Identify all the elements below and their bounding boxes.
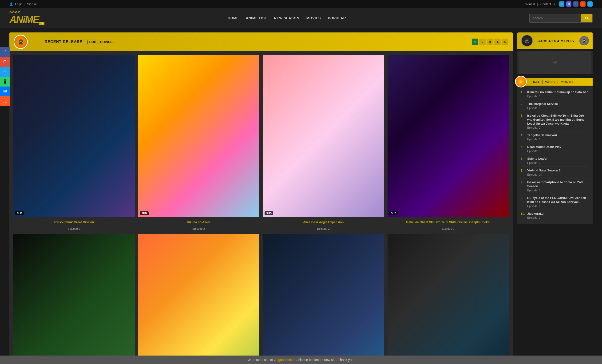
nav-anime-list[interactable]: ANIME LIST <box>246 16 267 20</box>
list-item[interactable]: 4. Tengoku Daimakyou Episode: 2 <box>521 131 589 143</box>
login-link[interactable]: Login <box>15 2 22 6</box>
google-sidebar-btn[interactable]: G <box>0 57 10 67</box>
popular-item-header: 5. Dead Mount Death Play <box>521 145 589 149</box>
popular-list: 1. Kimetsu no Yaiba: Katanakaji no Sato-… <box>517 86 593 224</box>
facebook-sidebar-btn[interactable]: f <box>0 47 10 57</box>
discord-icon[interactable]: D <box>566 1 571 7</box>
section-title: RECENT RELEASE <box>45 40 82 44</box>
anime-thumb-bg <box>138 55 260 217</box>
reddit-icon[interactable]: r <box>580 1 586 7</box>
popular-rank: 1. <box>521 90 525 94</box>
anime-card[interactable]: SUB Alice Gear Aegis Expansion Episode 2 <box>263 55 384 230</box>
anime-title: Kizuna no Allele <box>138 219 260 226</box>
search-button[interactable] <box>581 14 592 22</box>
list-item[interactable]: 5. Dead Mount Death Play Episode: 1 <box>521 143 589 155</box>
list-item[interactable]: 7. Vinland Saga Season 2 Episode: 14 <box>521 167 589 179</box>
anime-thumb-bg <box>387 55 509 217</box>
search-box <box>529 14 593 22</box>
nav-new-season[interactable]: NEW SEASON <box>274 16 299 20</box>
anime-title: Tousouchuu: Great Mission <box>13 219 135 226</box>
popular-rank: 2. <box>521 102 525 106</box>
popular-item-header: 2. The Marginal Service <box>521 102 589 106</box>
popular-item-header: 6. Skip to Loafer <box>521 157 589 161</box>
page-1-btn[interactable]: 1 <box>472 39 478 45</box>
popular-episode: Episode: 1 <box>527 107 589 110</box>
list-item[interactable]: 10. Jigokuraku Episode: 2 <box>521 210 589 222</box>
section-header: 🥷 RECENT RELEASE | DUB | CHINESE 1 2 3 4… <box>9 32 513 51</box>
banner-text2: . Please bookmark new site. Thank you! <box>295 358 354 362</box>
anime-card[interactable]: SUB Tousouchuu: Great Mission Episode 2 <box>13 55 135 230</box>
anime-thumb-bg <box>387 234 509 364</box>
popular-rank: 6. <box>521 157 525 161</box>
anime-title: Isekai de Cheat Skill wo Te ni Shita Ore… <box>387 219 509 226</box>
tab-month[interactable]: MONTH <box>561 80 573 84</box>
anime-thumb: SUB <box>138 55 260 217</box>
tab-week[interactable]: WEEK <box>545 80 555 84</box>
twitter-sidebar-btn[interactable]: 🐦 <box>0 67 10 77</box>
popular-item-header: 8. Isekai wa Smartphone to Tomo ni. 2nd … <box>521 180 589 188</box>
chinese-link[interactable]: CHINESE <box>100 40 115 44</box>
search-input[interactable] <box>530 14 581 22</box>
popular-episode: Episode: 2 <box>527 138 589 141</box>
nav-home[interactable]: HOME <box>228 16 239 20</box>
banner-link[interactable]: Gogoanimes.fi <box>274 358 295 362</box>
page-2-btn[interactable]: 2 <box>479 39 486 45</box>
anime-card[interactable]: SUB Vinland Saga Season 2 Episode 14 <box>138 234 260 364</box>
tab-day[interactable]: DAY <box>533 80 539 84</box>
nav-movies[interactable]: MOVIES <box>306 16 321 20</box>
list-item[interactable]: 3. Isekai de Cheat Skill wo Te ni Shita … <box>521 112 589 132</box>
dub-link[interactable]: DUB <box>89 40 96 44</box>
logo-text: ANiME <box>9 14 39 25</box>
signup-link[interactable]: Sign up <box>27 2 37 6</box>
facebook-top-icon[interactable]: f <box>573 1 579 7</box>
popular-episode: Episode: 2 <box>527 189 589 192</box>
logo[interactable]: GOGO ANiME TV <box>9 11 44 25</box>
sidebar: 🥷 ADVERTISEMENTS 🥷 AD ⭐ DAY | WEEK | MON… <box>517 32 593 364</box>
popular-name: RE:cycle of the PENGUINDRUM: Zenpen - Ki… <box>527 196 589 204</box>
request-link[interactable]: Request <box>524 2 535 6</box>
mascot-icon: 🥷 <box>14 35 28 49</box>
list-item[interactable]: 1. Kimetsu no Yaiba: Katanakaji no Sato-… <box>521 88 589 100</box>
popular-rank: 8. <box>521 180 525 184</box>
popular-name: Vinland Saga Season 2 <box>527 169 561 172</box>
top-bar: 👤 Login | Sign up Request | Contact us ✈… <box>0 0 602 8</box>
popular-name: Kimetsu no Yaiba: Katanakaji no Sato-hen <box>527 90 588 94</box>
popular-rank: 7. <box>521 169 525 172</box>
anime-card[interactable]: SUB Kimera Episode 1 <box>13 234 135 364</box>
sub-badge: SUB <box>389 211 398 215</box>
banner-text1: We moved site to <box>248 358 274 362</box>
list-item[interactable]: 8. Isekai wa Smartphone to Tomo ni. 2nd … <box>521 179 589 194</box>
ads-header: 🥷 ADVERTISEMENTS 🥷 <box>517 32 593 49</box>
list-item[interactable]: 2. The Marginal Service Episode: 1 <box>521 100 589 112</box>
topbar-pipe: | <box>537 2 538 6</box>
anime-episode: Episode 2 <box>387 227 509 230</box>
anime-thumb: SUB <box>387 55 509 217</box>
nav-popular[interactable]: POPULAR <box>328 16 346 20</box>
anime-thumb-bg <box>138 234 260 364</box>
telegram-icon[interactable]: ✈ <box>559 1 564 7</box>
popular-name: Jigokuraku <box>527 212 543 216</box>
page-3-btn[interactable]: 3 <box>487 39 493 45</box>
share-sidebar-btn[interactable]: + 6.3K <box>0 96 10 106</box>
anime-card[interactable]: SUB Dead Mount Death Play Episode 1 <box>387 234 509 364</box>
main-nav: HOME ANIME LIST NEW SEASON MOVIES POPULA… <box>54 16 520 20</box>
page-5-btn[interactable]: 5 <box>502 39 508 45</box>
day-tabs-links: DAY | WEEK | MONTH <box>533 80 573 84</box>
anime-thumb: SUB <box>263 234 384 364</box>
anime-card[interactable]: SUB Kimi wa Houkago Insomnia Episode 1 <box>263 234 384 364</box>
popular-rank: 3. <box>521 114 525 118</box>
whatsapp-sidebar-btn[interactable]: 📱 <box>0 77 10 86</box>
user-icon: 👤 <box>9 2 13 6</box>
login-separator: | <box>24 2 25 6</box>
contact-link[interactable]: Contact us <box>540 2 555 6</box>
anime-card[interactable]: SUB Kizuna no Allele Episode 2 <box>138 55 260 230</box>
anime-thumb-bg <box>13 55 135 217</box>
messenger-sidebar-btn[interactable]: ✉ <box>0 86 10 96</box>
list-item[interactable]: 6. Skip to Loafer Episode: 2 <box>521 155 589 167</box>
popular-item-header: 1. Kimetsu no Yaiba: Katanakaji no Sato-… <box>521 90 589 94</box>
anime-card[interactable]: SUB Isekai de Cheat Skill wo Te ni Shita… <box>387 55 509 230</box>
top-bar-left: 👤 Login | Sign up <box>9 2 37 6</box>
list-item[interactable]: 9. RE:cycle of the PENGUINDRUM: Zenpen -… <box>521 194 589 210</box>
page-4-btn[interactable]: 4 <box>494 39 501 45</box>
twitter-top-icon[interactable]: 🐦 <box>587 1 593 7</box>
